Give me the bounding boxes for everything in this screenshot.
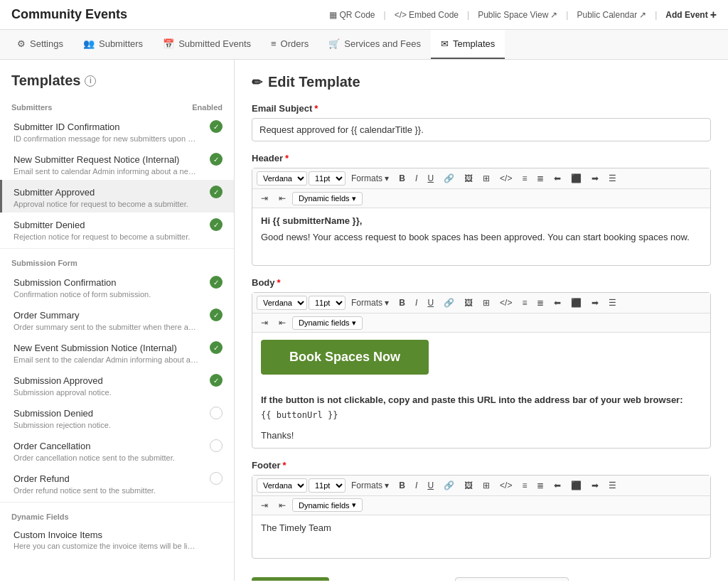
- unordered-list-button[interactable]: ≣: [532, 171, 548, 186]
- info-icon[interactable]: i: [85, 75, 96, 87]
- footer-code-button[interactable]: </>: [496, 478, 516, 493]
- list-item[interactable]: New Submitter Request Notice (Internal) …: [0, 147, 234, 180]
- top-bar: Community Events ▦ QR Code | </> Embed C…: [0, 0, 728, 30]
- list-item[interactable]: Submission Approved ✓ Submission approva…: [0, 368, 234, 401]
- footer-image-button[interactable]: 🖼: [460, 478, 477, 493]
- preview-email-input[interactable]: [455, 577, 569, 581]
- footer-label: Footer *: [252, 460, 711, 471]
- footer-table-button[interactable]: ⊞: [478, 478, 494, 493]
- image-button[interactable]: 🖼: [460, 171, 477, 186]
- footer-font-select[interactable]: Verdana: [257, 478, 307, 493]
- body-align-left-button[interactable]: ⬅: [550, 296, 565, 310]
- tab-submitted-events[interactable]: 📅 Submitted Events: [153, 30, 261, 59]
- embed-code-link[interactable]: </> Embed Code: [395, 10, 459, 20]
- body-italic-button[interactable]: I: [411, 296, 422, 310]
- body-ordered-list-button[interactable]: ≡: [518, 296, 531, 310]
- list-item[interactable]: Submission Denied Submission rejection n…: [0, 401, 234, 434]
- size-select[interactable]: 11pt: [309, 171, 346, 186]
- footer-underline-button[interactable]: U: [423, 478, 438, 493]
- formats-button[interactable]: Formats ▾: [347, 171, 393, 186]
- body-outdent-button[interactable]: ⇤: [274, 316, 290, 330]
- public-calendar-link[interactable]: Public Calendar ↗: [577, 10, 646, 20]
- code-icon: </>: [395, 10, 407, 20]
- header-body[interactable]: Hi {{ submitterName }}, Good news! Your …: [252, 208, 710, 265]
- footer-align-center-button[interactable]: ⬛: [567, 478, 586, 493]
- book-spaces-button[interactable]: Book Spaces Now: [261, 340, 429, 375]
- app-title: Community Events: [11, 7, 127, 22]
- list-item[interactable]: Order Summary ✓ Order summary sent to th…: [0, 303, 234, 336]
- footer-align-justify-button[interactable]: ☰: [604, 478, 621, 493]
- footer-link-button[interactable]: 🔗: [439, 478, 459, 493]
- disabled-check: [210, 472, 223, 485]
- body-bold-button[interactable]: B: [395, 296, 410, 310]
- dynamic-fields-button[interactable]: Dynamic fields ▾: [292, 192, 363, 205]
- list-item[interactable]: New Event Submission Notice (Internal) ✓…: [0, 336, 234, 368]
- footer-dynamic-fields-button[interactable]: Dynamic fields ▾: [292, 498, 363, 512]
- bold-button[interactable]: B: [395, 171, 410, 186]
- list-item[interactable]: Submission Confirmation ✓ Confirmation n…: [0, 270, 234, 303]
- body-size-select[interactable]: 11pt: [309, 296, 346, 310]
- underline-button[interactable]: U: [423, 171, 438, 186]
- body-unordered-list-button[interactable]: ≣: [532, 296, 548, 310]
- italic-button[interactable]: I: [411, 171, 422, 186]
- qr-code-link[interactable]: ▦ QR Code: [329, 10, 375, 20]
- section-submission-form: Submission Form: [0, 252, 234, 270]
- align-center-button[interactable]: ⬛: [567, 171, 586, 186]
- nav-tabs: ⚙ Settings 👥 Submitters 📅 Submitted Even…: [0, 30, 728, 60]
- body-code-button[interactable]: </>: [496, 296, 516, 310]
- body-formats-button[interactable]: Formats ▾: [347, 296, 393, 310]
- align-justify-button[interactable]: ☰: [604, 171, 621, 186]
- tab-settings[interactable]: ⚙ Settings: [7, 30, 73, 59]
- body-dynamic-fields-button[interactable]: Dynamic fields ▾: [292, 316, 363, 330]
- body-content[interactable]: Book Spaces Now If the button is not cli…: [252, 333, 710, 448]
- subject-input[interactable]: [252, 118, 711, 141]
- font-select[interactable]: Verdana: [257, 171, 307, 186]
- body-align-right-button[interactable]: ➡: [587, 296, 603, 310]
- code-button[interactable]: </>: [496, 171, 516, 186]
- footer-bold-button[interactable]: B: [395, 478, 410, 493]
- outdent-button[interactable]: ⇤: [274, 191, 290, 205]
- footer-italic-button[interactable]: I: [411, 478, 422, 493]
- body-align-justify-button[interactable]: ☰: [604, 296, 621, 310]
- ordered-list-button[interactable]: ≡: [518, 171, 531, 186]
- footer-ordered-list-button[interactable]: ≡: [518, 478, 531, 493]
- body-image-button[interactable]: 🖼: [460, 296, 477, 310]
- public-space-view-link[interactable]: Public Space View ↗: [478, 10, 557, 20]
- list-item[interactable]: Custom Invoice Items Here you can custom…: [0, 524, 234, 554]
- body-underline-button[interactable]: U: [423, 296, 438, 310]
- list-item[interactable]: Order Cancellation Order cancellation no…: [0, 434, 234, 466]
- footer-text: The Timely Team: [261, 522, 702, 533]
- align-right-button[interactable]: ➡: [587, 171, 603, 186]
- link-button[interactable]: 🔗: [439, 171, 459, 186]
- tab-templates[interactable]: ✉ Templates: [431, 30, 505, 59]
- footer-size-select[interactable]: 11pt: [309, 478, 346, 493]
- list-item-active[interactable]: Submitter Approved ✓ Approval notice for…: [0, 180, 234, 213]
- footer-body[interactable]: The Timely Team: [252, 515, 710, 558]
- footer-align-left-button[interactable]: ⬅: [550, 478, 565, 493]
- body-table-button[interactable]: ⊞: [478, 296, 494, 310]
- footer-indent-button[interactable]: ⇥: [257, 498, 272, 512]
- tab-services-fees[interactable]: 🛒 Services and Fees: [318, 30, 431, 59]
- orders-icon: ≡: [271, 38, 277, 49]
- pencil-icon: ✏: [252, 75, 262, 90]
- add-event-button[interactable]: Add Event +: [665, 9, 717, 21]
- list-item[interactable]: Submitter Denied ✓ Rejection notice for …: [0, 213, 234, 245]
- footer-formats-button[interactable]: Formats ▾: [347, 478, 393, 493]
- body-font-select[interactable]: Verdana: [257, 296, 307, 310]
- body-align-center-button[interactable]: ⬛: [567, 296, 586, 310]
- body-label: Body *: [252, 277, 711, 288]
- footer-outdent-button[interactable]: ⇤: [274, 498, 290, 512]
- body-indent-button[interactable]: ⇥: [257, 316, 272, 330]
- preview-email-button[interactable]: Preview Email: [252, 577, 329, 581]
- tab-orders[interactable]: ≡ Orders: [261, 30, 318, 59]
- footer-unordered-list-button[interactable]: ≣: [532, 478, 548, 493]
- list-item[interactable]: Submitter ID Confirmation ✓ ID confirmat…: [0, 114, 234, 147]
- list-item[interactable]: Order Refund Order refund notice sent to…: [0, 466, 234, 499]
- indent-button[interactable]: ⇥: [257, 191, 272, 205]
- align-left-button[interactable]: ⬅: [550, 171, 565, 186]
- tab-submitters[interactable]: 👥 Submitters: [73, 30, 153, 59]
- body-link-button[interactable]: 🔗: [439, 296, 459, 310]
- footer-align-right-button[interactable]: ➡: [587, 478, 603, 493]
- table-button[interactable]: ⊞: [478, 171, 494, 186]
- body-rte: Verdana 11pt Formats ▾ B I U 🔗 🖼 ⊞ </> ≡…: [252, 292, 711, 449]
